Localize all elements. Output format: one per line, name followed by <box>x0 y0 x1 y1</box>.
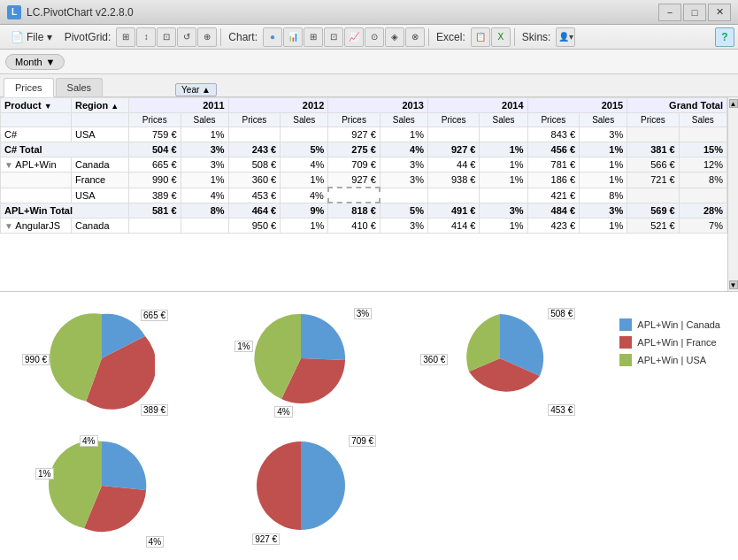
val-cell: 186 € <box>527 173 580 188</box>
region-cell: Canada <box>72 219 129 234</box>
prices-h-2015: Prices <box>527 113 580 127</box>
product-cell: ▼ APL+Win <box>1 157 72 173</box>
chart-area: 665 € 990 € 389 € 3% 1% 4% <box>0 292 738 560</box>
val-cell: 843 € <box>527 127 580 142</box>
excel-label: Excel: <box>433 31 469 43</box>
val-cell <box>480 188 527 203</box>
chart-btn3[interactable]: ⊞ <box>304 27 323 47</box>
table-row: France 990 € 1% 360 € 1% 927 € 3% 938 € … <box>1 173 727 188</box>
chart-btn2[interactable]: 📊 <box>283 27 303 47</box>
val-cell: 3% <box>380 173 427 188</box>
val-cell: 1% <box>181 173 228 188</box>
val-cell: 1% <box>480 142 527 157</box>
val-cell: 423 € <box>527 219 580 234</box>
pivot-table-container[interactable]: Product ▼ Region ▲ 2011 2012 2013 2014 2… <box>0 97 727 291</box>
maximize-button[interactable]: □ <box>683 4 706 21</box>
val-cell: 414 € <box>427 219 480 234</box>
chart-btn4[interactable]: ⊡ <box>324 27 343 47</box>
pie-label-canada-5: 709 € <box>349 435 376 447</box>
chart-btn1[interactable]: ● <box>263 27 282 47</box>
tab-prices[interactable]: Prices <box>4 78 54 97</box>
legend-label-usa: APL+Win | USA <box>637 355 706 365</box>
excel-btn1[interactable]: 📋 <box>471 27 490 47</box>
chart-btn8[interactable]: ⊗ <box>405 27 425 47</box>
tab-sales[interactable]: Sales <box>56 78 104 96</box>
month-filter[interactable]: Month ▼ <box>5 54 65 70</box>
val-cell: 3% <box>380 157 427 173</box>
val-cell: 3% <box>181 142 228 157</box>
pie-svg-5 <box>248 433 354 539</box>
grid-container: Product ▼ Region ▲ 2011 2012 2013 2014 2… <box>0 97 738 292</box>
title-bar: L LC.PivotChart v2.2.8.0 − □ ✕ <box>0 0 738 25</box>
pie-svg-2 <box>248 305 354 411</box>
val-cell: 927 € <box>427 142 480 157</box>
chart-btn5[interactable]: 📈 <box>344 27 364 47</box>
val-cell: 8% <box>181 203 228 219</box>
val-cell: 3% <box>580 203 627 219</box>
val-cell: 709 € <box>328 157 381 173</box>
pivotgrid-btn3[interactable]: ⊡ <box>157 27 176 47</box>
excel-btn2[interactable]: X <box>491 27 511 47</box>
region-header[interactable]: Region ▲ <box>72 98 129 113</box>
val-cell: 3% <box>580 127 627 142</box>
region-cell: USA <box>72 127 129 142</box>
pie-label-usa-4: 4% <box>146 536 164 548</box>
table-row-total: APL+Win Total 581 € 8% 464 € 9% 818 € 5%… <box>1 203 727 219</box>
pie-label-usa-2: 4% <box>274 406 292 418</box>
pivotgrid-btn1[interactable]: ⊞ <box>116 27 135 47</box>
file-menu[interactable]: 📄 File ▾ <box>4 28 59 46</box>
help-button[interactable]: ? <box>715 27 734 47</box>
sales-h-2012: Sales <box>281 113 328 127</box>
val-cell: 927 € <box>328 127 381 142</box>
val-cell: 491 € <box>427 203 480 219</box>
app-icon: L <box>7 5 21 19</box>
table-row: ▼ AngularJS Canada 950 € 1% 410 € 3% 414… <box>1 219 727 234</box>
chart-legend: APL+Win | Canada APL+Win | France APL+Wi… <box>611 301 729 551</box>
empty-h1 <box>1 113 72 127</box>
pie-label-canada-2: 3% <box>354 308 372 319</box>
legend-item-france: APL+Win | France <box>619 336 720 349</box>
close-button[interactable]: ✕ <box>708 4 731 21</box>
val-cell: 453 € <box>228 188 281 203</box>
legend-color-france <box>619 336 632 349</box>
sep2 <box>428 28 429 46</box>
val-cell: 938 € <box>427 173 480 188</box>
skins-btn1[interactable]: 👤▾ <box>556 27 575 47</box>
val-cell <box>627 188 680 203</box>
pivotgrid-btn5[interactable]: ⊕ <box>197 27 217 47</box>
prices-h-2012: Prices <box>228 113 281 127</box>
prices-h-gt: Prices <box>627 113 680 127</box>
year-sort-button[interactable]: Year ▲ <box>175 83 217 96</box>
val-cell: 781 € <box>527 157 580 173</box>
val-cell: 1% <box>281 173 328 188</box>
pie-label-canada-4: 4% <box>80 435 97 447</box>
legend-item-canada: APL+Win | Canada <box>619 318 720 331</box>
pie-label-france-5: 927 € <box>252 533 280 545</box>
pie-3: 508 € 360 € 453 € <box>447 305 562 420</box>
pie-label-france-4: 1% <box>35 468 53 479</box>
sales-h-2015: Sales <box>580 113 627 127</box>
val-cell <box>679 127 726 142</box>
minimize-button[interactable]: − <box>658 4 681 21</box>
pivotgrid-btn2[interactable]: ↕ <box>136 27 156 47</box>
val-cell: 389 € <box>129 188 181 203</box>
year-2014: 2014 <box>427 98 527 113</box>
val-cell: 504 € <box>129 142 181 157</box>
val-cell: 508 € <box>228 157 281 173</box>
pie-1: 665 € 990 € 389 € <box>49 305 164 420</box>
val-cell <box>228 127 281 142</box>
main-content: Prices Sales Year ▲ Product ▼ Region ▲ <box>0 74 738 560</box>
chart-btn6[interactable]: ⊙ <box>365 27 384 47</box>
pie-2: 3% 1% 4% <box>248 305 363 420</box>
val-cell: 521 € <box>627 219 680 234</box>
scrollbar[interactable]: ▲ ▼ <box>727 97 738 291</box>
pie-svg-4 <box>49 433 155 539</box>
year-2013: 2013 <box>328 98 428 113</box>
product-header[interactable]: Product ▼ <box>1 98 72 113</box>
chart-btn7[interactable]: ◈ <box>385 27 404 47</box>
prices-h-2011: Prices <box>129 113 181 127</box>
val-cell: 1% <box>580 173 627 188</box>
product-cell: C# <box>1 127 72 142</box>
pivotgrid-btn4[interactable]: ↺ <box>177 27 196 47</box>
chart-1: 665 € 990 € 389 € <box>9 301 204 424</box>
